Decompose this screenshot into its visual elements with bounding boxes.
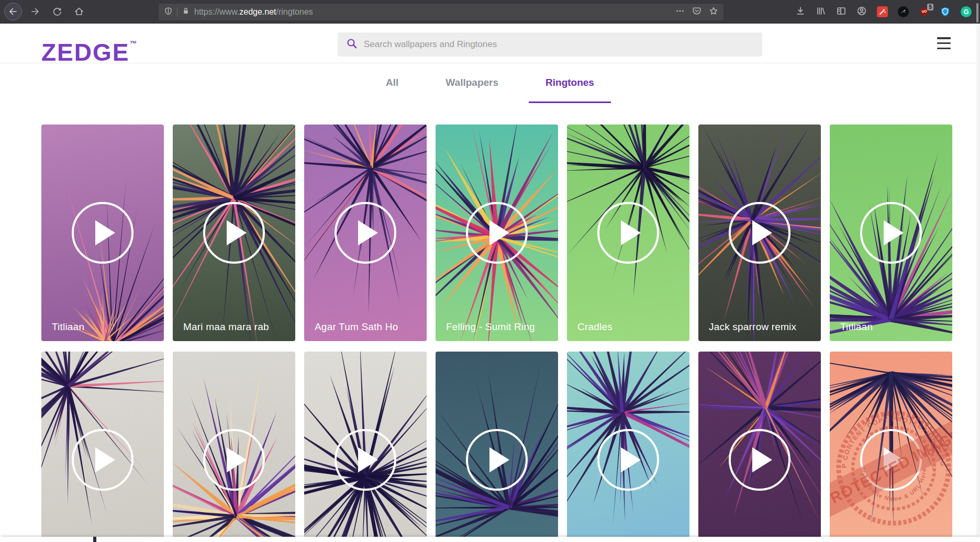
ringtone-card[interactable] — [436, 352, 558, 542]
library-icon[interactable] — [816, 6, 826, 18]
play-triangle-icon — [227, 447, 247, 472]
ringtone-card[interactable]: Felling - Sumit Ring — [436, 125, 558, 341]
pocket-icon[interactable] — [692, 6, 701, 18]
search-input[interactable] — [364, 39, 754, 50]
play-triangle-icon — [95, 447, 115, 472]
ringtone-card[interactable]: Jack sparrow remix — [698, 125, 821, 341]
lock-icon[interactable] — [182, 7, 190, 17]
download-icon[interactable] — [795, 6, 806, 18]
zenmate-extension-icon[interactable] — [940, 6, 951, 17]
search-box[interactable] — [338, 32, 762, 57]
play-triangle-icon — [489, 220, 509, 245]
tab-all[interactable]: All — [369, 63, 415, 103]
svg-text:uO: uO — [922, 9, 927, 13]
reload-button[interactable] — [48, 3, 66, 20]
ringtone-title: Titliaan — [840, 321, 873, 333]
url-text: https://www.zedge.net/ringtones — [194, 7, 675, 17]
grammarly-extension-icon[interactable]: G — [961, 6, 972, 17]
play-triangle-icon — [752, 447, 772, 472]
protected-image-stamp: WP CONTENT COPY PROTECTION PLUGINMy Webs… — [830, 352, 952, 542]
zedge-logo[interactable]: ZEDGE™ — [41, 31, 137, 65]
ublock-badge: 5 — [927, 4, 933, 10]
category-tabs: All Wallpapers Ringtones — [0, 63, 980, 103]
page-actions-dots-icon[interactable] — [675, 6, 685, 18]
ringtone-card[interactable] — [304, 352, 427, 542]
ringtones-grid-row-1: TitliaanMari maa mara rabAgar Tum Sath H… — [41, 125, 952, 341]
play-button[interactable] — [597, 429, 659, 491]
play-button[interactable] — [466, 429, 528, 491]
viewport-bottom-strip — [0, 537, 980, 542]
play-triangle-icon — [489, 447, 509, 472]
ringtone-title: Cradles — [577, 321, 612, 333]
play-triangle-icon — [358, 220, 378, 245]
menu-hamburger-icon[interactable] — [937, 37, 951, 49]
forward-button[interactable] — [26, 3, 44, 20]
tab-wallpapers[interactable]: Wallpapers — [429, 63, 515, 103]
logo-tm: ™ — [129, 39, 137, 48]
tab-ringtones[interactable]: Ringtones — [529, 63, 611, 103]
play-triangle-icon — [621, 220, 641, 245]
play-button[interactable] — [729, 429, 790, 491]
ringtone-card[interactable]: Mari maa mara rab — [173, 125, 295, 341]
ringtone-title: Agar Tum Sath Ho — [315, 321, 398, 333]
ringtone-card[interactable]: Titliaan — [41, 125, 164, 341]
page-scrollbar-track[interactable] — [976, 24, 980, 542]
ringtone-title: Felling - Sumit Ring — [446, 321, 535, 333]
play-triangle-icon — [621, 447, 641, 472]
search-icon — [346, 38, 358, 51]
play-button[interactable] — [466, 202, 528, 264]
play-button[interactable] — [729, 202, 790, 264]
ringtone-card[interactable] — [173, 352, 295, 542]
window-scrollbar-thumb[interactable] — [976, 3, 978, 22]
wand-extension-icon[interactable] — [877, 6, 888, 17]
play-button[interactable] — [72, 429, 133, 491]
ringtones-grid-row-2: WP CONTENT COPY PROTECTION PLUGINMy Webs… — [41, 352, 952, 542]
play-triangle-icon — [95, 220, 115, 245]
ringtone-title: Mari maa mara rab — [183, 321, 269, 333]
ringtone-title: Jack sparrow remix — [709, 321, 796, 333]
page: https://www.zedge.net/ringtones — [0, 0, 980, 542]
play-button[interactable] — [203, 429, 265, 491]
ringtone-card[interactable]: WP CONTENT COPY PROTECTION PLUGINMy Webs… — [830, 352, 952, 542]
site-header: ZEDGE™ — [0, 24, 980, 63]
ringtone-card[interactable]: Titliaan — [830, 125, 952, 341]
back-button[interactable] — [4, 3, 22, 20]
ringtone-title: Titliaan — [52, 321, 84, 333]
ringtone-card[interactable] — [567, 352, 689, 542]
dark-gauge-extension-icon[interactable] — [898, 6, 909, 17]
ublock-extension-icon[interactable]: uO 5 — [919, 6, 930, 17]
ringtone-card[interactable]: Agar Tum Sath Ho — [304, 125, 427, 341]
play-triangle-icon — [884, 220, 904, 245]
ringtone-card[interactable]: Cradles — [567, 125, 689, 341]
play-button[interactable] — [335, 429, 396, 491]
play-button[interactable] — [72, 202, 133, 264]
play-button[interactable] — [335, 202, 396, 264]
play-triangle-icon — [752, 220, 772, 245]
artwork-bottom-artifact — [93, 537, 96, 542]
url-bar[interactable]: https://www.zedge.net/ringtones — [159, 4, 723, 20]
play-button[interactable] — [203, 202, 265, 264]
play-triangle-icon — [227, 220, 247, 245]
browser-toolbar: https://www.zedge.net/ringtones — [0, 0, 980, 24]
account-icon[interactable] — [856, 6, 867, 18]
ringtone-card[interactable] — [41, 352, 164, 542]
ringtone-card[interactable] — [698, 352, 821, 542]
play-button[interactable] — [860, 202, 922, 264]
bookmark-star-icon[interactable] — [709, 6, 718, 18]
play-button[interactable] — [597, 202, 659, 264]
home-button[interactable] — [70, 3, 88, 20]
sidebar-icon[interactable] — [836, 6, 847, 18]
play-triangle-icon — [358, 447, 378, 472]
tracking-shield-icon[interactable] — [164, 7, 173, 18]
